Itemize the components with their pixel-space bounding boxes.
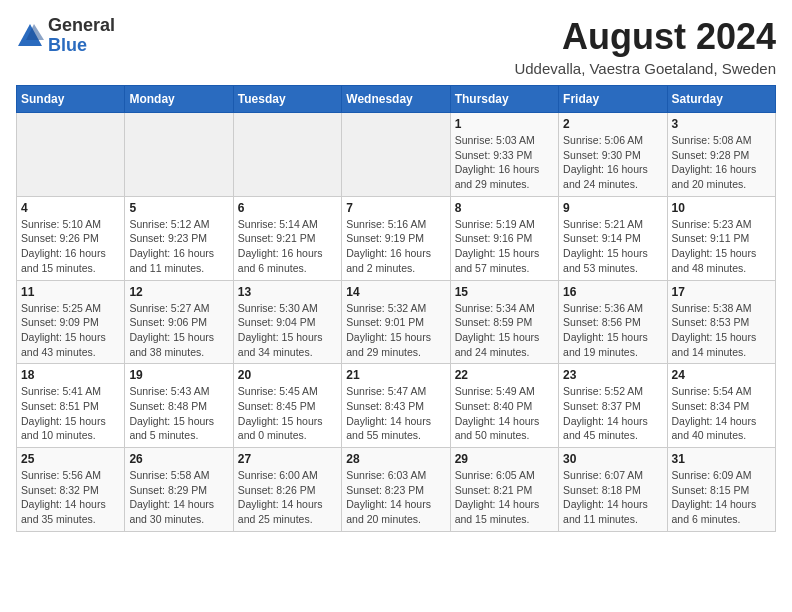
day-number: 2 [563, 117, 662, 131]
day-number: 24 [672, 368, 771, 382]
calendar-cell: 2Sunrise: 5:06 AM Sunset: 9:30 PM Daylig… [559, 113, 667, 197]
calendar-cell: 13Sunrise: 5:30 AM Sunset: 9:04 PM Dayli… [233, 280, 341, 364]
calendar-cell: 11Sunrise: 5:25 AM Sunset: 9:09 PM Dayli… [17, 280, 125, 364]
day-info: Sunrise: 5:49 AM Sunset: 8:40 PM Dayligh… [455, 384, 554, 443]
calendar-cell: 5Sunrise: 5:12 AM Sunset: 9:23 PM Daylig… [125, 196, 233, 280]
calendar-cell: 15Sunrise: 5:34 AM Sunset: 8:59 PM Dayli… [450, 280, 558, 364]
calendar-cell: 17Sunrise: 5:38 AM Sunset: 8:53 PM Dayli… [667, 280, 775, 364]
calendar-table: SundayMondayTuesdayWednesdayThursdayFrid… [16, 85, 776, 532]
day-number: 22 [455, 368, 554, 382]
day-info: Sunrise: 5:03 AM Sunset: 9:33 PM Dayligh… [455, 133, 554, 192]
weekday-header-row: SundayMondayTuesdayWednesdayThursdayFrid… [17, 86, 776, 113]
day-info: Sunrise: 5:25 AM Sunset: 9:09 PM Dayligh… [21, 301, 120, 360]
day-number: 20 [238, 368, 337, 382]
day-info: Sunrise: 6:07 AM Sunset: 8:18 PM Dayligh… [563, 468, 662, 527]
calendar-cell: 14Sunrise: 5:32 AM Sunset: 9:01 PM Dayli… [342, 280, 450, 364]
calendar-cell: 4Sunrise: 5:10 AM Sunset: 9:26 PM Daylig… [17, 196, 125, 280]
calendar-cell: 1Sunrise: 5:03 AM Sunset: 9:33 PM Daylig… [450, 113, 558, 197]
day-info: Sunrise: 5:56 AM Sunset: 8:32 PM Dayligh… [21, 468, 120, 527]
day-number: 18 [21, 368, 120, 382]
day-number: 31 [672, 452, 771, 466]
logo-blue-text: Blue [48, 36, 115, 56]
day-info: Sunrise: 5:21 AM Sunset: 9:14 PM Dayligh… [563, 217, 662, 276]
weekday-header-friday: Friday [559, 86, 667, 113]
calendar-cell [17, 113, 125, 197]
day-number: 16 [563, 285, 662, 299]
day-info: Sunrise: 5:08 AM Sunset: 9:28 PM Dayligh… [672, 133, 771, 192]
calendar-week-row: 4Sunrise: 5:10 AM Sunset: 9:26 PM Daylig… [17, 196, 776, 280]
day-number: 26 [129, 452, 228, 466]
day-number: 1 [455, 117, 554, 131]
weekday-header-monday: Monday [125, 86, 233, 113]
day-info: Sunrise: 5:36 AM Sunset: 8:56 PM Dayligh… [563, 301, 662, 360]
location-title: Uddevalla, Vaestra Goetaland, Sweden [514, 60, 776, 77]
day-number: 3 [672, 117, 771, 131]
weekday-header-sunday: Sunday [17, 86, 125, 113]
day-info: Sunrise: 5:27 AM Sunset: 9:06 PM Dayligh… [129, 301, 228, 360]
calendar-week-row: 11Sunrise: 5:25 AM Sunset: 9:09 PM Dayli… [17, 280, 776, 364]
day-info: Sunrise: 5:30 AM Sunset: 9:04 PM Dayligh… [238, 301, 337, 360]
calendar-week-row: 1Sunrise: 5:03 AM Sunset: 9:33 PM Daylig… [17, 113, 776, 197]
day-number: 12 [129, 285, 228, 299]
calendar-cell: 6Sunrise: 5:14 AM Sunset: 9:21 PM Daylig… [233, 196, 341, 280]
calendar-cell: 26Sunrise: 5:58 AM Sunset: 8:29 PM Dayli… [125, 448, 233, 532]
weekday-header-saturday: Saturday [667, 86, 775, 113]
calendar-cell: 7Sunrise: 5:16 AM Sunset: 9:19 PM Daylig… [342, 196, 450, 280]
day-number: 25 [21, 452, 120, 466]
day-info: Sunrise: 5:38 AM Sunset: 8:53 PM Dayligh… [672, 301, 771, 360]
day-info: Sunrise: 5:06 AM Sunset: 9:30 PM Dayligh… [563, 133, 662, 192]
day-number: 28 [346, 452, 445, 466]
day-info: Sunrise: 5:54 AM Sunset: 8:34 PM Dayligh… [672, 384, 771, 443]
calendar-cell: 19Sunrise: 5:43 AM Sunset: 8:48 PM Dayli… [125, 364, 233, 448]
calendar-cell: 12Sunrise: 5:27 AM Sunset: 9:06 PM Dayli… [125, 280, 233, 364]
page-header: General Blue August 2024 Uddevalla, Vaes… [16, 16, 776, 77]
day-info: Sunrise: 5:32 AM Sunset: 9:01 PM Dayligh… [346, 301, 445, 360]
day-number: 9 [563, 201, 662, 215]
calendar-cell: 30Sunrise: 6:07 AM Sunset: 8:18 PM Dayli… [559, 448, 667, 532]
day-info: Sunrise: 5:10 AM Sunset: 9:26 PM Dayligh… [21, 217, 120, 276]
month-title: August 2024 [514, 16, 776, 58]
calendar-cell: 20Sunrise: 5:45 AM Sunset: 8:45 PM Dayli… [233, 364, 341, 448]
title-area: August 2024 Uddevalla, Vaestra Goetaland… [514, 16, 776, 77]
day-number: 8 [455, 201, 554, 215]
day-info: Sunrise: 6:03 AM Sunset: 8:23 PM Dayligh… [346, 468, 445, 527]
logo-icon [16, 22, 44, 50]
day-info: Sunrise: 5:58 AM Sunset: 8:29 PM Dayligh… [129, 468, 228, 527]
weekday-header-tuesday: Tuesday [233, 86, 341, 113]
day-info: Sunrise: 6:05 AM Sunset: 8:21 PM Dayligh… [455, 468, 554, 527]
calendar-cell: 9Sunrise: 5:21 AM Sunset: 9:14 PM Daylig… [559, 196, 667, 280]
day-number: 19 [129, 368, 228, 382]
day-number: 15 [455, 285, 554, 299]
day-number: 27 [238, 452, 337, 466]
day-number: 23 [563, 368, 662, 382]
calendar-cell: 24Sunrise: 5:54 AM Sunset: 8:34 PM Dayli… [667, 364, 775, 448]
day-info: Sunrise: 6:00 AM Sunset: 8:26 PM Dayligh… [238, 468, 337, 527]
weekday-header-thursday: Thursday [450, 86, 558, 113]
calendar-cell [125, 113, 233, 197]
calendar-cell [233, 113, 341, 197]
calendar-cell: 28Sunrise: 6:03 AM Sunset: 8:23 PM Dayli… [342, 448, 450, 532]
day-info: Sunrise: 5:52 AM Sunset: 8:37 PM Dayligh… [563, 384, 662, 443]
day-info: Sunrise: 6:09 AM Sunset: 8:15 PM Dayligh… [672, 468, 771, 527]
day-number: 17 [672, 285, 771, 299]
day-info: Sunrise: 5:34 AM Sunset: 8:59 PM Dayligh… [455, 301, 554, 360]
day-info: Sunrise: 5:14 AM Sunset: 9:21 PM Dayligh… [238, 217, 337, 276]
day-number: 29 [455, 452, 554, 466]
calendar-cell: 21Sunrise: 5:47 AM Sunset: 8:43 PM Dayli… [342, 364, 450, 448]
calendar-cell: 23Sunrise: 5:52 AM Sunset: 8:37 PM Dayli… [559, 364, 667, 448]
day-info: Sunrise: 5:43 AM Sunset: 8:48 PM Dayligh… [129, 384, 228, 443]
calendar-cell [342, 113, 450, 197]
day-number: 5 [129, 201, 228, 215]
day-info: Sunrise: 5:41 AM Sunset: 8:51 PM Dayligh… [21, 384, 120, 443]
calendar-cell: 22Sunrise: 5:49 AM Sunset: 8:40 PM Dayli… [450, 364, 558, 448]
logo-general-text: General [48, 16, 115, 36]
day-info: Sunrise: 5:23 AM Sunset: 9:11 PM Dayligh… [672, 217, 771, 276]
day-number: 4 [21, 201, 120, 215]
day-number: 11 [21, 285, 120, 299]
logo: General Blue [16, 16, 115, 56]
day-info: Sunrise: 5:47 AM Sunset: 8:43 PM Dayligh… [346, 384, 445, 443]
day-info: Sunrise: 5:16 AM Sunset: 9:19 PM Dayligh… [346, 217, 445, 276]
weekday-header-wednesday: Wednesday [342, 86, 450, 113]
day-number: 14 [346, 285, 445, 299]
day-number: 13 [238, 285, 337, 299]
